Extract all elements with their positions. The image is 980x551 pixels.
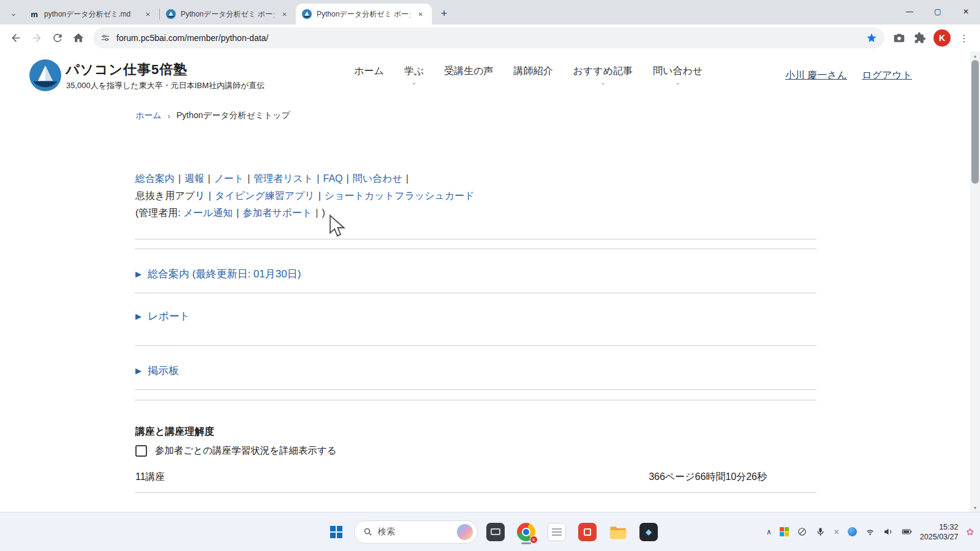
do-not-disturb-icon[interactable]	[797, 527, 807, 537]
scrollbar[interactable]: ▲ ▼	[970, 51, 980, 512]
section-toggle-board[interactable]: ▶ 掲示板	[135, 363, 980, 378]
nav-label: 学ぶ	[404, 65, 424, 78]
scroll-down-icon[interactable]: ▼	[970, 503, 980, 512]
taskbar-clock[interactable]: 15:32 2025/03/27	[920, 522, 959, 542]
screenshot-extension-button[interactable]	[889, 28, 909, 48]
site-header: パソコン仕事5倍塾 35,000人を指導した東大卒・元日本IBM社内講師が直伝 …	[0, 51, 980, 99]
taskbar-app-dark-editor[interactable]: ◆	[636, 519, 662, 545]
link-mail-notification[interactable]: メール通知	[183, 208, 233, 218]
pipe-separator: |	[236, 208, 239, 218]
site-settings-icon[interactable]	[100, 33, 110, 43]
taskbar-app-red[interactable]	[575, 519, 600, 545]
browser-tab-portal-1[interactable]: Pythonデータ分析ゼミ ポータルトッ ✕	[160, 4, 296, 24]
detail-display-checkbox[interactable]	[135, 445, 147, 457]
nav-item-voices[interactable]: 受講生の声 ⌄	[444, 65, 493, 86]
pipe-separator: |	[347, 173, 349, 184]
link-typing-app[interactable]: タイピング練習アプリ	[215, 190, 315, 201]
battery-icon[interactable]	[902, 527, 912, 537]
user-name-link[interactable]: 小川 慶一さん	[785, 69, 847, 82]
browser-tab-portal-2-active[interactable]: Pythonデータ分析ゼミ ポータルトッ ✕	[296, 4, 432, 24]
link-contact[interactable]: 問い合わせ	[353, 173, 402, 184]
tab-search-icon[interactable]: ⌄	[6, 4, 21, 21]
pipe-separator: |	[209, 190, 211, 201]
chevron-down-icon: ⌄	[600, 79, 605, 86]
windows-logo-icon	[330, 526, 342, 538]
detail-display-checkbox-row: 参加者ごとの講座学習状況を詳細表示する	[135, 444, 980, 457]
nav-item-home[interactable]: ホーム ⌄	[354, 65, 384, 86]
close-window-button[interactable]: ✕	[952, 0, 980, 23]
nav-item-learn[interactable]: 学ぶ ⌄	[404, 65, 424, 86]
clock-date: 2025/03/27	[920, 532, 959, 542]
logout-link[interactable]: ログアウト	[862, 69, 912, 82]
bookmark-star-icon[interactable]	[866, 32, 877, 43]
wifi-icon[interactable]	[865, 527, 875, 537]
link-admin-list[interactable]: 管理者リスト	[254, 173, 313, 184]
forward-button[interactable]	[27, 28, 47, 48]
taskbar-app-chrome[interactable]: k	[513, 519, 539, 545]
pipe-separator: |	[318, 190, 321, 201]
breadcrumb-home-link[interactable]: ホーム	[135, 110, 162, 121]
tab-title: pythonデータ分析ゼミ.md	[44, 9, 138, 20]
window-controls: — ▢ ✕	[895, 0, 980, 23]
back-button[interactable]	[6, 28, 26, 48]
link-shortcut-flashcards[interactable]: ショートカットフラッシュカード	[325, 190, 475, 201]
label-break-apps: 息抜き用アプリ	[135, 190, 205, 201]
close-tab-icon[interactable]: ✕	[143, 9, 153, 20]
maximize-button[interactable]: ▢	[924, 0, 952, 23]
scroll-up-icon[interactable]: ▲	[970, 51, 980, 60]
start-button[interactable]	[323, 519, 349, 545]
reload-button[interactable]	[48, 28, 67, 48]
link-weekly-report[interactable]: 週報	[184, 173, 204, 184]
seasonal-flower-icon[interactable]: ✿	[966, 527, 974, 538]
link-faq[interactable]: FAQ	[323, 173, 343, 184]
microphone-icon[interactable]	[815, 527, 826, 537]
close-tab-icon[interactable]: ✕	[415, 9, 426, 20]
section-toggle-general-info[interactable]: ▶ 総合案内 (最終更新日: 01月30日)	[135, 266, 980, 281]
nav-item-articles[interactable]: おすすめ記事 ⌄	[573, 65, 633, 86]
link-general-info[interactable]: 総合案内	[135, 173, 175, 184]
course-count: 11講座	[135, 471, 165, 484]
home-button[interactable]	[69, 28, 88, 48]
microsoft-apps-icon[interactable]	[780, 527, 789, 536]
taskbar-search[interactable]: 検索	[354, 520, 478, 544]
breadcrumb: ホーム › Pythonデータ分析ゼミトップ	[135, 110, 980, 121]
nav-label: 受講生の声	[444, 65, 493, 78]
taskbar-center: 検索 k ◆	[323, 512, 662, 551]
url-bar[interactable]: forum.pc5bai.com/member/python-data/	[93, 28, 884, 48]
reload-icon	[51, 32, 64, 44]
volume-icon[interactable]	[883, 527, 894, 537]
tray-expand-icon[interactable]: ∧	[766, 528, 772, 536]
site-tagline: 35,000人を指導した東大卒・元日本IBM社内講師が直伝	[66, 80, 265, 91]
minimize-button[interactable]: —	[895, 0, 924, 23]
extensions-button[interactable]	[910, 28, 930, 48]
nav-item-instructors[interactable]: 講師紹介 ⌄	[514, 65, 553, 86]
taskbar-app-terminal[interactable]	[483, 519, 508, 545]
browser-tab-markdown[interactable]: m pythonデータ分析ゼミ.md ✕	[23, 4, 159, 24]
taskbar-app-notes[interactable]	[544, 519, 570, 545]
page-viewport: ▲ ▼ パソコン仕事5倍塾 35,000人を指導した東大卒・元日本IBM社内講師…	[0, 51, 980, 512]
taskbar-app-explorer[interactable]	[605, 519, 631, 545]
nav-item-contact[interactable]: 問い合わせ ⌄	[653, 65, 703, 86]
link-participant-support[interactable]: 参加者サポート	[243, 208, 312, 218]
search-highlight-icon[interactable]	[457, 524, 473, 540]
site-logo[interactable]	[29, 59, 61, 91]
browser-menu-button[interactable]: ⋮	[954, 28, 974, 48]
tray-close-icon[interactable]: ✕	[834, 528, 840, 536]
section-label: レポート	[148, 309, 190, 323]
new-tab-button[interactable]: +	[435, 5, 453, 22]
red-app-icon	[578, 523, 597, 541]
profile-avatar[interactable]: K	[933, 29, 951, 47]
url-text[interactable]: forum.pc5bai.com/member/python-data/	[116, 33, 860, 43]
divider	[135, 293, 816, 293]
scrollbar-thumb[interactable]	[971, 60, 979, 184]
section-toggle-report[interactable]: ▶ レポート	[135, 309, 980, 323]
link-notes[interactable]: ノート	[214, 173, 244, 184]
home-icon	[72, 32, 85, 44]
pipe-separator: |	[178, 173, 181, 184]
close-tab-icon[interactable]: ✕	[279, 9, 290, 20]
terminal-icon	[486, 523, 505, 541]
search-placeholder: 検索	[378, 527, 451, 538]
pipe-separator: |	[317, 173, 319, 184]
blue-app-tray-icon[interactable]	[848, 527, 857, 536]
dark-editor-icon: ◆	[639, 523, 658, 541]
